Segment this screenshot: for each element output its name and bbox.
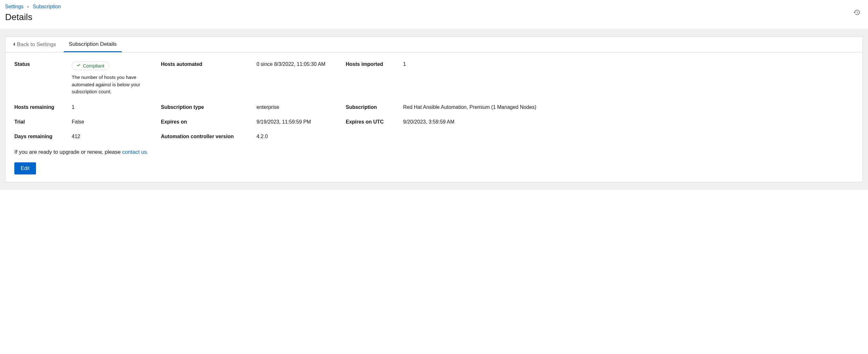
label-trial: Trial <box>14 119 65 125</box>
edit-button[interactable]: Edit <box>14 162 36 174</box>
caret-left-icon <box>13 41 16 48</box>
label-subscription: Subscription <box>346 104 397 110</box>
value-hosts-imported: 1 <box>403 62 854 67</box>
back-to-settings-link[interactable]: Back to Settings <box>8 37 64 52</box>
breadcrumb-subscription[interactable]: Subscription <box>33 4 61 9</box>
page-title: Details <box>5 12 863 22</box>
label-subscription-type: Subscription type <box>161 104 250 110</box>
tabs-row: Back to Settings Subscription Details <box>5 37 863 52</box>
label-hosts-remaining: Hosts remaining <box>14 104 65 110</box>
value-subscription-type: enterprise <box>256 104 339 110</box>
check-icon <box>76 63 81 68</box>
value-automation-version: 4.2.0 <box>256 134 339 139</box>
value-subscription: Red Hat Ansible Automation, Premium (1 M… <box>403 104 854 110</box>
label-expires-on: Expires on <box>161 119 250 125</box>
contact-us-link[interactable]: contact us. <box>122 149 148 155</box>
label-hosts-imported: Hosts imported <box>346 62 397 67</box>
status-description: The number of hosts you have automated a… <box>72 74 148 96</box>
label-status: Status <box>14 62 65 67</box>
status-badge: Compliant <box>72 62 109 70</box>
value-trial: False <box>72 119 155 125</box>
value-days-remaining: 412 <box>72 134 155 139</box>
value-expires-on: 9/19/2023, 11:59:59 PM <box>256 119 339 125</box>
value-status: Compliant The number of hosts you have a… <box>72 62 155 96</box>
label-hosts-automated: Hosts automated <box>161 62 250 67</box>
upgrade-cta: If you are ready to upgrade or renew, pl… <box>14 149 854 155</box>
status-badge-text: Compliant <box>83 63 104 68</box>
value-hosts-remaining: 1 <box>72 104 155 110</box>
label-days-remaining: Days remaining <box>14 134 65 139</box>
tab-subscription-details[interactable]: Subscription Details <box>64 37 122 52</box>
history-button[interactable] <box>852 8 862 18</box>
label-expires-utc: Expires on UTC <box>346 119 397 125</box>
chevron-right-icon <box>27 4 30 9</box>
value-expires-utc: 9/20/2023, 3:59:59 AM <box>403 119 854 125</box>
back-label: Back to Settings <box>17 41 56 48</box>
breadcrumb-settings[interactable]: Settings <box>5 4 24 9</box>
label-automation-version: Automation controller version <box>161 134 250 139</box>
subscription-card: Back to Settings Subscription Details St… <box>5 36 863 182</box>
history-icon <box>853 12 860 17</box>
value-hosts-automated: 0 since 8/3/2022, 11:05:30 AM <box>256 62 339 67</box>
cta-text: If you are ready to upgrade or renew, pl… <box>14 149 122 155</box>
breadcrumb: Settings Subscription <box>5 4 863 9</box>
